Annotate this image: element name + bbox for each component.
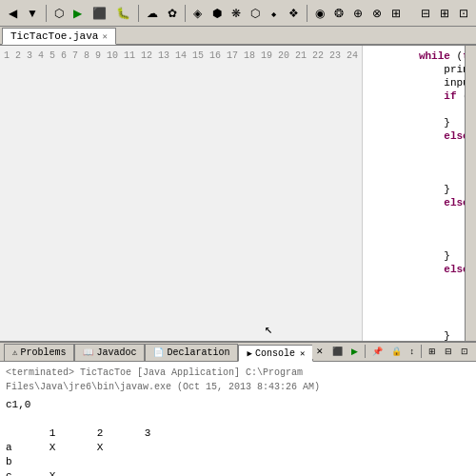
console-terminate-btn[interactable]: ✕	[312, 344, 327, 359]
console-empty	[6, 412, 470, 426]
toolbar-sep-4	[307, 5, 307, 22]
bottom-tab-bar: ⚠ Problems 📖 Javadoc 📄 Declaration ▶ Con…	[0, 343, 476, 362]
console-icon: ▶	[247, 348, 251, 359]
editor-tab-tictactoe[interactable]: TicTacToe.java ✕	[2, 28, 116, 45]
grid-c-2	[76, 469, 124, 476]
tab-label: TicTacToe.java	[10, 30, 98, 42]
toolbar-btn-4[interactable]: ☁	[143, 4, 162, 23]
grid-a-1: X	[29, 441, 76, 455]
toolbar-btn-3[interactable]: ⬡	[50, 4, 68, 23]
grid-header-spacer	[6, 426, 29, 441]
toolbar-btn-8[interactable]: ❋	[228, 4, 245, 23]
tab-console[interactable]: ▶ Console ✕	[238, 345, 313, 362]
toolbar-btn-right-1[interactable]: ⊟	[417, 4, 434, 23]
btb-sep-1	[365, 345, 366, 358]
javadoc-icon: 📖	[83, 347, 93, 358]
toolbar-sep-1	[46, 5, 47, 22]
console-label: Console	[255, 348, 295, 359]
line-numbers: 1 2 3 4 5 6 7 8 9 10 11 12 13 14 15 16 1…	[0, 46, 363, 341]
toolbar-sep-2	[138, 5, 139, 22]
toolbar-sep-3	[185, 5, 186, 22]
grid-a-3	[124, 441, 171, 455]
grid-col-3: 3	[124, 426, 171, 441]
problems-icon: ⚠	[12, 347, 17, 358]
toolbar-btn-right-3[interactable]: ⊡	[455, 4, 472, 23]
grid-b-1	[29, 455, 76, 469]
toolbar-btn-6[interactable]: ◈	[189, 4, 207, 23]
code-editor[interactable]: while (true) { printBoard(); input = sca…	[363, 46, 465, 341]
toolbar-btn-13[interactable]: ❂	[330, 4, 347, 23]
declaration-icon: 📄	[153, 347, 164, 358]
toolbar-btn-right-2[interactable]: ⊞	[436, 4, 453, 23]
toolbar-btn-run[interactable]: ▶	[69, 4, 87, 23]
declaration-label: Declaration	[167, 347, 229, 358]
grid-col-1: 1	[29, 426, 76, 441]
grid-c-1: X	[29, 469, 76, 476]
grid-row-c: c X	[6, 469, 470, 476]
toolbar-btn-debug[interactable]: 🐛	[112, 4, 134, 23]
toolbar-btn-5[interactable]: ✿	[164, 4, 181, 23]
console-lock-btn[interactable]: 🔒	[387, 344, 406, 359]
grid-c-3	[124, 469, 171, 476]
tab-close-icon[interactable]: ✕	[102, 31, 107, 42]
console-scroll-btn[interactable]: ↕	[407, 344, 419, 359]
console-pin-btn[interactable]: 📌	[368, 344, 387, 359]
toolbar-btn-2[interactable]: ▼	[23, 4, 42, 23]
console-remove-btn[interactable]: ⬛	[328, 344, 347, 359]
toolbar-btn-stop[interactable]: ⬛	[89, 4, 110, 23]
editor-scrollbar[interactable]	[465, 46, 476, 341]
tab-declaration[interactable]: 📄 Declaration	[145, 344, 238, 361]
main-toolbar: ◀ ▼ ⬡ ▶ ⬛ 🐛 ☁ ✿ ◈ ⬢ ❋ ⬡ ⬥ ❖ ◉ ❂ ⊕ ⊗ ⊞ ⊟ …	[0, 0, 476, 27]
console-layout-btn[interactable]: ⊞	[425, 344, 440, 359]
toolbar-btn-12[interactable]: ◉	[311, 4, 328, 23]
grid-row-b: b	[6, 455, 470, 469]
console-terminated-text: <terminated> TicTacToe [Java Application…	[6, 366, 470, 394]
grid-label-b: b	[6, 455, 29, 469]
grid-b-3	[124, 455, 171, 469]
console-line-c10: c1,0	[6, 398, 470, 412]
toolbar-btn-10[interactable]: ⬥	[266, 4, 283, 23]
grid-a-2: X	[76, 441, 124, 455]
tab-javadoc[interactable]: 📖 Javadoc	[74, 344, 145, 361]
toolbar-btn-9[interactable]: ⬡	[247, 4, 264, 23]
console-output: <terminated> TicTacToe [Java Application…	[0, 362, 476, 476]
editor-tab-bar: TicTacToe.java ✕	[0, 27, 476, 46]
toolbar-btn-11[interactable]: ❖	[285, 4, 303, 23]
grid-b-2	[76, 455, 124, 469]
toolbar-btn-7[interactable]: ⬢	[208, 4, 226, 23]
console-grid-header: 1 2 3	[6, 426, 470, 441]
toolbar-btn-14[interactable]: ⊕	[349, 4, 367, 23]
toolbar-btn-1[interactable]: ◀	[4, 4, 21, 23]
tab-problems[interactable]: ⚠ Problems	[4, 344, 74, 361]
console-run-btn[interactable]: ▶	[347, 344, 362, 359]
problems-label: Problems	[20, 347, 66, 358]
console-max-btn[interactable]: ⊡	[457, 344, 472, 359]
toolbar-btn-16[interactable]: ⊞	[387, 4, 405, 23]
grid-label-c: c	[6, 469, 29, 476]
grid-col-2: 2	[76, 426, 124, 441]
grid-label-a: a	[6, 441, 29, 455]
console-min-btn[interactable]: ⊟	[441, 344, 456, 359]
console-tab-close[interactable]: ✕	[300, 348, 305, 359]
bottom-toolbar: ✕ ⬛ ▶ 📌 🔒 ↕ ⊞ ⊟ ⊡	[312, 344, 473, 359]
javadoc-label: Javadoc	[96, 347, 136, 358]
bottom-panel: ⚠ Problems 📖 Javadoc 📄 Declaration ▶ Con…	[0, 341, 476, 476]
btb-sep-2	[421, 345, 422, 358]
toolbar-btn-15[interactable]: ⊗	[368, 4, 386, 23]
editor-area: 1 2 3 4 5 6 7 8 9 10 11 12 13 14 15 16 1…	[0, 46, 476, 341]
grid-row-a: a X X	[6, 441, 470, 455]
